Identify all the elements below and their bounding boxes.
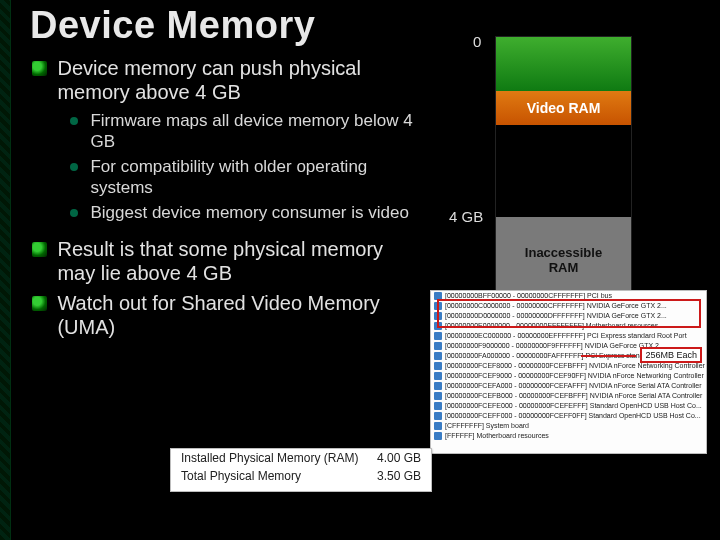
bullet-text: Result is that some physical memory may … [57, 237, 417, 285]
dm-row: [00000000EC000000 - 00000000EFFFFFFF] PC… [445, 332, 687, 339]
callout-leader-line [581, 355, 636, 357]
dm-row: [CFFFFFFF] System board [445, 422, 529, 429]
dm-row: [00000000D0000000 - 00000000DFFFFFFF] NV… [445, 312, 667, 319]
bullet-level1: Device memory can push physical memory a… [32, 56, 432, 104]
sub-bullet-text: Firmware maps all device memory below 4 … [90, 110, 420, 152]
sub-bullet-icon [70, 163, 78, 171]
memory-segment-accessible [496, 37, 631, 91]
memory-segment-video-ram: Video RAM [496, 91, 631, 125]
slide-title: Device Memory [30, 4, 315, 47]
bullet-icon [32, 242, 47, 257]
bullet-icon [32, 61, 47, 76]
pm-value: 4.00 GB [377, 451, 421, 465]
dm-row: [00000000FCEFF000 - 00000000FCEFF0FF] St… [445, 412, 701, 419]
physical-memory-panel: Installed Physical Memory (RAM) 4.00 GB … [170, 448, 432, 492]
dm-row: [00000000C0000000 - 00000000CFFFFFFF] NV… [445, 302, 667, 309]
dm-row: [00000000FCEF9000 - 00000000FCEF90FF] NV… [445, 372, 704, 379]
sub-bullet-icon [70, 209, 78, 217]
bullet-level2: Firmware maps all device memory below 4 … [70, 110, 432, 152]
device-manager-screenshot: [00000000BFF00000 - 00000000CFFFFFFF] PC… [430, 290, 707, 454]
sub-bullet-text: Biggest device memory consumer is video [90, 202, 420, 223]
sub-bullet-text: For compatibility with older operating s… [90, 156, 420, 198]
dm-row: [00000000BFF00000 - 00000000CFFFFFFF] PC… [445, 292, 612, 299]
memory-map-diagram: 0 4 GB Video RAM Inaccessible RAM [495, 36, 655, 303]
bullet-level2: For compatibility with older operating s… [70, 156, 432, 198]
dm-row: [00000000E0000000 - 00000000EFFFFFFF] Mo… [445, 322, 658, 329]
slide-accent-bar [0, 0, 11, 540]
bullet-level1: Watch out for Shared Video Memory (UMA) [32, 291, 432, 339]
dm-row: [00000000FCEF8000 - 00000000FCEFBFFF] NV… [445, 362, 705, 369]
dm-row: [FFFFFF] Motherboard resources [445, 432, 549, 439]
pm-label: Installed Physical Memory (RAM) [181, 451, 358, 465]
dm-row: [00000000FCEFB000 - 00000000FCEFBFFF] NV… [445, 392, 702, 399]
axis-tick-4gb: 4 GB [449, 208, 483, 225]
bullet-level1: Result is that some physical memory may … [32, 237, 432, 285]
bullet-level2: Biggest device memory consumer is video [70, 202, 432, 223]
memory-bar: Video RAM Inaccessible RAM [495, 36, 632, 303]
sub-bullet-icon [70, 117, 78, 125]
axis-tick-0: 0 [473, 33, 481, 50]
body-text-column: Device memory can push physical memory a… [32, 56, 432, 345]
dm-row: [00000000F9000000 - 00000000F9FFFFFF] NV… [445, 342, 665, 349]
bullet-text: Watch out for Shared Video Memory (UMA) [57, 291, 417, 339]
callout-label: 256MB Each [640, 347, 702, 363]
pm-label: Total Physical Memory [181, 469, 301, 483]
pm-value: 3.50 GB [377, 469, 421, 483]
memory-segment-gap [496, 125, 631, 217]
dm-row: [00000000FCEFE000 - 00000000FCEFEFFF] St… [445, 402, 702, 409]
bullet-text: Device memory can push physical memory a… [57, 56, 417, 104]
dm-row: [00000000FCEFA000 - 00000000FCEFAFFF] NV… [445, 382, 702, 389]
bullet-icon [32, 296, 47, 311]
